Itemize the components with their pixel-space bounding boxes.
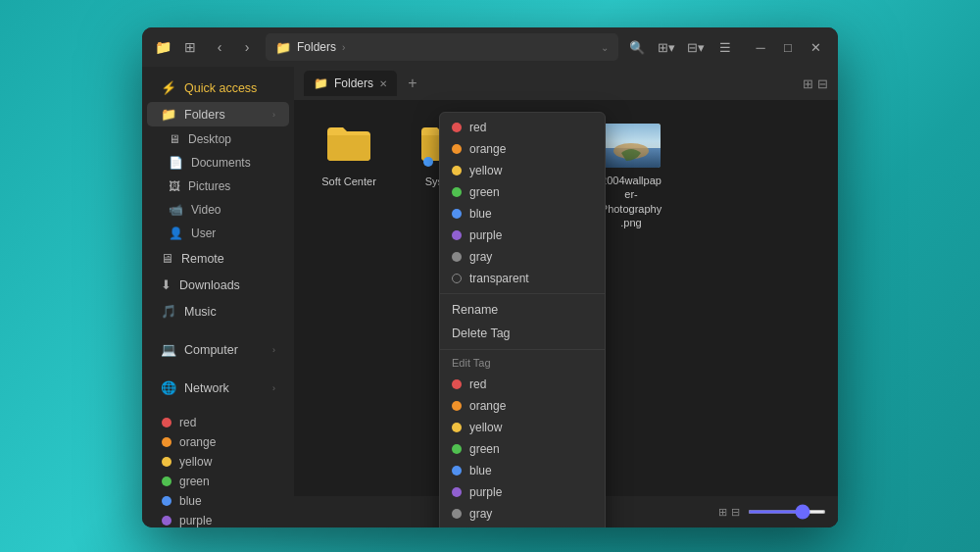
ctx-tag-purple[interactable]: purple <box>440 225 605 246</box>
tag-item-green[interactable]: green <box>142 472 294 491</box>
remote-icon: 🖥 <box>161 251 173 266</box>
address-bar[interactable]: 📁 Folders › ⌄ <box>266 33 618 61</box>
ctx-edit-green[interactable]: green <box>440 438 605 460</box>
address-path: Folders <box>297 40 336 54</box>
ctx-tag-gray[interactable]: gray <box>440 246 605 268</box>
ctx-edit-tag-label: Edit Tag <box>440 354 605 372</box>
folders-icon: 📁 <box>161 107 176 122</box>
view-icons: ⊞ ⊟ <box>718 506 740 519</box>
view-icon-1[interactable]: ⊞ <box>718 506 727 519</box>
sidebar-sub-documents[interactable]: 📄 Documents <box>147 152 289 174</box>
music-icon: 🎵 <box>161 304 176 319</box>
ctx-edit-gray[interactable]: gray <box>440 503 605 525</box>
close-button[interactable]: ✕ <box>803 34 828 60</box>
ctx-dot-gray <box>452 252 462 262</box>
tag-item-orange[interactable]: orange <box>142 432 294 452</box>
file-item-soft-center[interactable]: Soft Center <box>310 116 388 237</box>
list-view-button[interactable]: ☰ <box>712 34 738 60</box>
address-dropdown-icon[interactable]: ⌄ <box>601 42 609 53</box>
svg-rect-0 <box>602 124 661 148</box>
documents-icon: 📄 <box>169 156 183 170</box>
ctx-edit-red[interactable]: red <box>440 374 605 395</box>
tag-item-red[interactable]: red <box>142 413 294 432</box>
layout-toggle-1[interactable]: ⊞ <box>803 76 813 91</box>
layout-toggle-2[interactable]: ⊟ <box>817 76 828 91</box>
ctx-dot-yellow <box>452 166 462 176</box>
ctx-tag-red[interactable]: red <box>440 117 605 138</box>
tag-dot-orange <box>162 437 172 447</box>
ctx-tag-transparent[interactable]: transparent <box>440 268 605 289</box>
ctx-edit-purple[interactable]: purple <box>440 481 605 503</box>
sidebar-sub-desktop[interactable]: 🖥 Desktop <box>147 128 289 150</box>
ctx-edit-dot-red <box>452 379 462 389</box>
ctx-dot-red <box>452 123 462 132</box>
back-button[interactable]: ‹ <box>207 34 232 60</box>
add-tab-button[interactable]: + <box>401 72 424 95</box>
zoom-slider-container <box>748 510 826 514</box>
ctx-edit-dot-orange <box>452 401 462 411</box>
ctx-dot-orange <box>452 144 462 154</box>
ctx-dot-purple <box>452 230 462 240</box>
sidebar-sub-video[interactable]: 📹 Video <box>147 199 289 221</box>
file-name-soft-center: Soft Center <box>321 175 376 188</box>
zoom-slider[interactable] <box>748 510 826 514</box>
tag-item-yellow[interactable]: yellow <box>142 452 294 472</box>
tag-dot-red <box>162 418 172 427</box>
ctx-dot-blue <box>452 209 462 219</box>
ctx-edit-blue[interactable]: blue <box>440 460 605 481</box>
ctx-edit-orange[interactable]: orange <box>440 395 605 417</box>
minimize-button[interactable]: ─ <box>748 34 773 60</box>
desktop-icon: 🖥 <box>169 132 180 146</box>
file-name-wallpaper: 2004wallpaper-Photography.png <box>600 174 662 229</box>
sidebar-item-computer[interactable]: 💻 Computer › <box>147 337 289 362</box>
ctx-edit-dot-gray <box>452 509 462 519</box>
network-icon: 🌐 <box>161 380 176 395</box>
ctx-rename-action[interactable]: Rename <box>440 298 605 322</box>
ctx-dot-transparent <box>452 274 462 283</box>
file-manager-window: 📁 ⊞ ‹ › 📁 Folders › ⌄ 🔍 ⊞▾ ⊟▾ ☰ ─ □ ✕ <box>142 27 838 527</box>
tag-item-blue[interactable]: blue <box>142 491 294 511</box>
ctx-separator-2 <box>440 349 605 350</box>
grid-icon[interactable]: ⊞ <box>179 36 201 58</box>
svg-point-2 <box>613 143 649 159</box>
sidebar-item-downloads[interactable]: ⬇ Downloads <box>147 273 289 297</box>
ctx-edit-tag-list: red orange yellow green <box>440 372 605 527</box>
tab-folders[interactable]: 📁 Folders ✕ <box>304 71 397 96</box>
context-menu: red orange yellow green blue <box>439 112 606 527</box>
svg-rect-1 <box>602 148 661 168</box>
main-content: 📁 Folders ✕ + ⊞ ⊟ red or <box>294 67 838 527</box>
ctx-tag-green[interactable]: green <box>440 181 605 203</box>
folders-expand-icon: › <box>272 110 275 120</box>
ctx-edit-dot-purple <box>452 487 462 497</box>
sidebar-item-music[interactable]: 🎵 Music <box>147 299 289 324</box>
search-button[interactable]: 🔍 <box>624 34 650 60</box>
ctx-tag-yellow[interactable]: yellow <box>440 160 605 181</box>
ctx-edit-yellow[interactable]: yellow <box>440 417 605 438</box>
user-icon: 👤 <box>169 226 183 240</box>
computer-icon: 💻 <box>161 342 176 357</box>
sidebar-sub-user[interactable]: 👤 User <box>147 223 289 244</box>
titlebar-actions: 🔍 ⊞▾ ⊟▾ ☰ <box>624 34 738 60</box>
sidebar-item-quick-access[interactable]: ⚡ Quick access <box>147 75 289 100</box>
ctx-tag-blue[interactable]: blue <box>440 203 605 225</box>
sidebar-item-remote[interactable]: 🖥 Remote <box>147 246 289 271</box>
grid-view-button[interactable]: ⊟▾ <box>683 34 709 60</box>
ctx-delete-tag-action[interactable]: Delete Tag <box>440 322 605 345</box>
tag-dot-blue <box>162 496 172 506</box>
forward-button[interactable]: › <box>234 34 260 60</box>
ctx-edit-transparent[interactable]: transparent <box>440 525 605 527</box>
sidebar-item-folders[interactable]: 📁 Folders › <box>147 102 289 126</box>
tag-item-purple[interactable]: purple <box>142 511 294 527</box>
tab-close-icon[interactable]: ✕ <box>379 78 387 89</box>
view-icon-2[interactable]: ⊟ <box>731 506 740 519</box>
maximize-button[interactable]: □ <box>775 34 801 60</box>
ctx-edit-dot-yellow <box>452 423 462 432</box>
sidebar-item-network[interactable]: 🌐 Network › <box>147 376 289 400</box>
view-toggle-button[interactable]: ⊞▾ <box>654 34 679 60</box>
network-expand-icon: › <box>272 383 275 393</box>
ctx-tag-orange[interactable]: orange <box>440 138 605 160</box>
folder-nav-icon[interactable]: 📁 <box>152 36 173 58</box>
tab-folder-icon: 📁 <box>314 76 328 90</box>
sidebar-sub-pictures[interactable]: 🖼 Pictures <box>147 176 289 197</box>
address-folder-icon: 📁 <box>275 40 291 55</box>
